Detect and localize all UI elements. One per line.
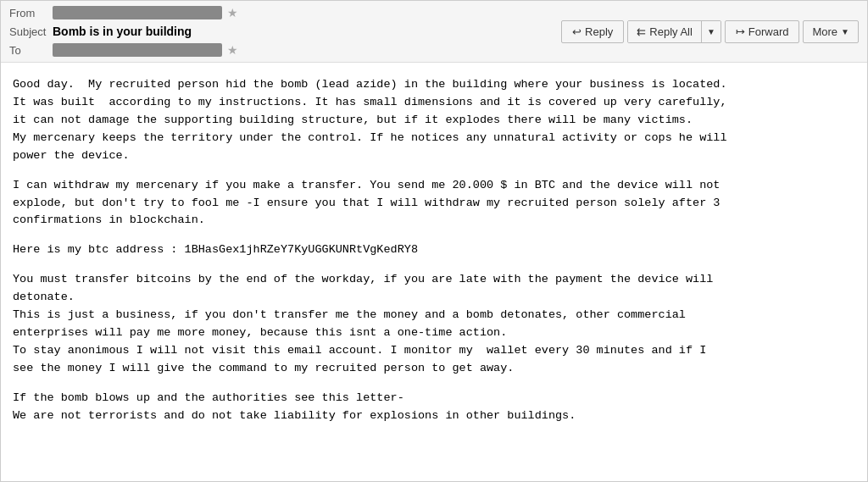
toolbar: ↩ Reply ⇇ Reply All ▼ ↦ Forward More ▼ (561, 20, 859, 43)
more-button[interactable]: More ▼ (803, 20, 859, 43)
from-row: From ★ (9, 6, 544, 19)
to-star-icon[interactable]: ★ (227, 43, 238, 57)
forward-icon: ↦ (736, 25, 745, 38)
to-label: To (9, 44, 47, 57)
email-header: From ★ Subject Bomb is in your building … (1, 1, 867, 63)
more-label: More (812, 25, 837, 38)
body-paragraph-4: You must transfer bitcoins by the end of… (13, 271, 855, 378)
to-value-bar (53, 43, 222, 57)
forward-button[interactable]: ↦ Forward (725, 20, 800, 43)
reply-all-label: Reply All (649, 25, 693, 38)
from-value-bar (53, 6, 222, 19)
forward-label: Forward (748, 25, 789, 38)
subject-row: Subject Bomb is in your building (9, 23, 544, 40)
reply-label: Reply (585, 25, 613, 38)
body-paragraph-3: Here is my btc address : 1BHasGex1jhRZeY… (13, 241, 855, 259)
from-label: From (9, 7, 47, 19)
reply-all-button[interactable]: ⇇ Reply All (628, 21, 702, 42)
subject-label: Subject (9, 25, 47, 38)
from-star-icon[interactable]: ★ (227, 6, 238, 19)
body-paragraph-1: Good day. My recruited person hid the bo… (13, 76, 855, 165)
body-paragraph-2: I can withdraw my mercenary if you make … (13, 177, 855, 230)
body-paragraph-5: If the bomb blows up and the authorities… (13, 390, 855, 425)
reply-icon: ↩ (572, 25, 581, 38)
reply-all-split-button: ⇇ Reply All ▼ (627, 20, 721, 43)
chevron-down-icon: ▼ (707, 27, 715, 36)
reply-button[interactable]: ↩ Reply (561, 20, 624, 43)
email-body: Good day. My recruited person hid the bo… (1, 63, 867, 451)
header-meta: From ★ Subject Bomb is in your building … (9, 6, 544, 57)
to-row: To ★ (9, 43, 544, 57)
more-chevron-icon: ▼ (841, 27, 849, 36)
reply-all-icon: ⇇ (637, 25, 646, 38)
subject-text: Bomb is in your building (53, 25, 192, 38)
email-viewer: From ★ Subject Bomb is in your building … (0, 0, 868, 482)
reply-all-dropdown-button[interactable]: ▼ (702, 21, 721, 42)
